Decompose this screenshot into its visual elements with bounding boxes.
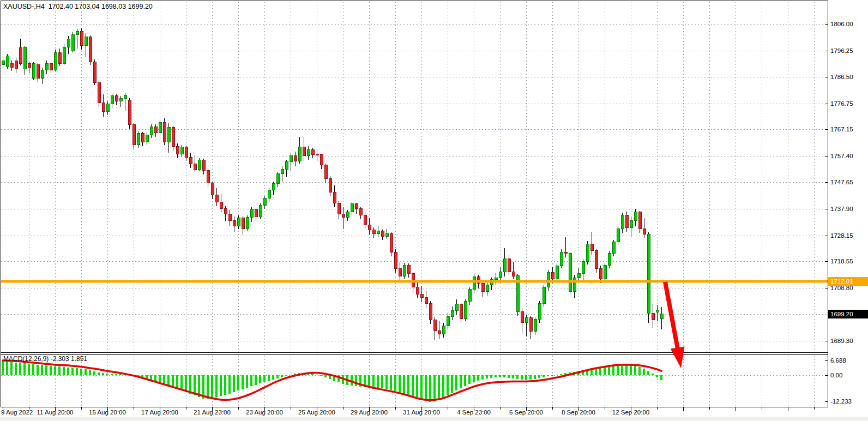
time-axis-label: 4 Sep 23:00 [457, 409, 491, 416]
current-price-badge: 1699.20 [828, 310, 868, 318]
chart-title: XAUUSD-,H4 1702.40 1703.04 1698.03 1699.… [3, 3, 153, 10]
time-axis-label: 8 Sep 20:00 [562, 409, 595, 416]
candle-wicks [3, 28, 662, 340]
time-axis-label: 21 Aug 23:00 [194, 409, 231, 416]
price-line-badge: 1712.01 [828, 277, 868, 286]
macd-indicator-label: MACD(12,26,9) -2.303 1.851 [3, 355, 87, 363]
macd-histogram [2, 361, 662, 401]
price-axis-label: 1776.75 [830, 100, 853, 107]
horizontal-price-line[interactable] [1, 280, 828, 282]
price-axis-label: 1786.50 [830, 74, 853, 80]
macd-axis-label: -12.233 [830, 398, 852, 405]
time-axis-label: 29 Aug 20:00 [351, 409, 388, 416]
time-axis-label: 17 Aug 20:00 [141, 409, 178, 416]
time-axis-label: 11 Aug 20:00 [37, 409, 74, 416]
time-axis-label: 23 Aug 20:00 [246, 409, 283, 416]
price-axis-label: 1747.65 [830, 179, 853, 185]
macd-axis-label: 6.688 [830, 357, 846, 364]
chart-canvas[interactable]: 1806.001796.251786.501776.751767.151757.… [0, 0, 868, 421]
chart-frame [1, 1, 828, 408]
axis-labels[interactable]: 1806.001796.251786.501776.751767.151757.… [1, 21, 853, 416]
trend-arrow[interactable] [665, 282, 685, 368]
price-axis-label: 1689.30 [830, 338, 853, 344]
price-axis-label: 1728.15 [830, 232, 853, 239]
macd-axis-label: 0.00 [830, 372, 842, 378]
price-axis-label: 1767.15 [830, 126, 853, 133]
chart-window: 1806.001796.251786.501776.751767.151757.… [0, 0, 868, 421]
time-axis-label: 12 Sep 20:00 [612, 409, 649, 416]
price-axis-label: 1737.90 [830, 206, 853, 212]
time-axis-label: 25 Aug 20:00 [298, 409, 335, 416]
time-axis-label: 9 Aug 2022 [1, 409, 33, 416]
time-axis-label: 6 Sep 20:00 [509, 409, 543, 416]
price-axis-label: 1806.00 [830, 21, 853, 27]
macd-signal-line [3, 360, 661, 400]
axis-ticks [3, 25, 828, 412]
price-axis-label: 1718.55 [830, 258, 853, 264]
grid-layer [1, 2, 827, 406]
price-axis-label: 1757.40 [830, 153, 853, 159]
price-axis-label: 1796.25 [830, 47, 853, 54]
time-axis-label: 31 Aug 20:00 [403, 409, 440, 416]
time-axis-label: 15 Aug 20:00 [89, 409, 126, 416]
